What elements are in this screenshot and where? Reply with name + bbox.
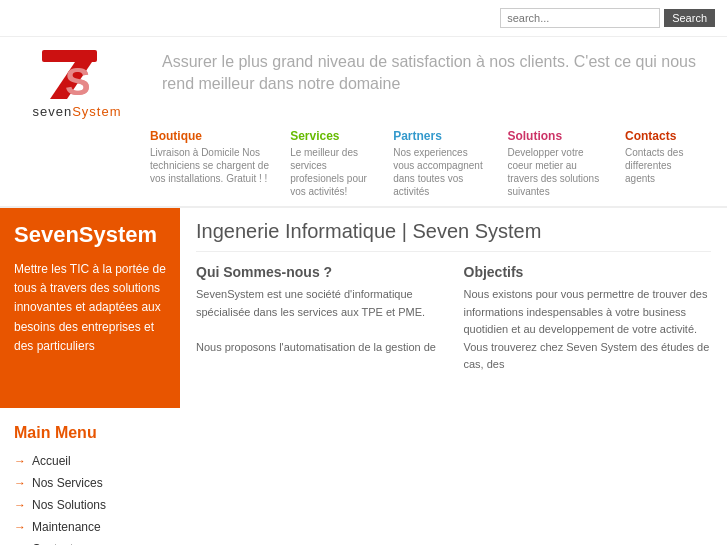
svg-text:S: S xyxy=(65,61,90,102)
nav-services[interactable]: Services Le meilleur des services profes… xyxy=(290,125,393,206)
nav-partners-desc: Nos experiences vous accompagnent dans t… xyxy=(393,146,491,198)
sidebar-item-maintenance[interactable]: → Maintenance xyxy=(0,516,180,538)
sidebar-item-contacts[interactable]: → Contacts xyxy=(0,538,180,545)
nav-boutique-desc: Livraison à Domicile Nos techniciens se … xyxy=(150,146,274,185)
left-col-text: SevenSystem est une société d'informatiq… xyxy=(196,286,444,356)
left-col-title: Qui Sommes-nous ? xyxy=(196,264,444,280)
sidebar-item-nos-services[interactable]: → Nos Services xyxy=(0,472,180,494)
right-col-text: Nous existons pour vous permettre de tro… xyxy=(464,286,712,374)
sidebar: SevenSystem Mettre les TIC à la portée d… xyxy=(0,208,180,545)
nav-boutique[interactable]: Boutique Livraison à Domicile Nos techni… xyxy=(150,125,290,206)
main: SevenSystem Mettre les TIC à la portée d… xyxy=(0,208,727,545)
sidebar-item-nos-solutions[interactable]: → Nos Solutions xyxy=(0,494,180,516)
nav-services-desc: Le meilleur des services profesionels po… xyxy=(290,146,377,198)
header: Search xyxy=(0,0,727,37)
nav-solutions-label[interactable]: Solutions xyxy=(507,129,609,143)
arrow-icon: → xyxy=(14,498,26,512)
logo-highlight: System xyxy=(72,104,121,119)
sidebar-item-nos-services-label: Nos Services xyxy=(32,476,103,490)
logo-tagline-area: S S sevenSystem Assurer le plus grand ni… xyxy=(0,37,727,119)
sidebar-desc: Mettre les TIC à la portée de tous à tra… xyxy=(14,260,166,356)
logo-icon: S S xyxy=(37,47,117,102)
nav-boutique-label[interactable]: Boutique xyxy=(150,129,274,143)
right-col-title: Objectifs xyxy=(464,264,712,280)
logo-area: S S sevenSystem xyxy=(12,47,142,119)
sidebar-item-nos-solutions-label: Nos Solutions xyxy=(32,498,106,512)
arrow-icon: → xyxy=(14,476,26,490)
search-form: Search xyxy=(500,8,715,28)
two-col-layout: Qui Sommes-nous ? SevenSystem est une so… xyxy=(196,264,711,374)
tagline: Assurer le plus grand niveau de satisfac… xyxy=(142,47,715,96)
sidebar-orange-panel: SevenSystem Mettre les TIC à la portée d… xyxy=(0,208,180,408)
nav-bar: Boutique Livraison à Domicile Nos techni… xyxy=(0,119,727,208)
nav-contacts[interactable]: Contacts Contacts des differentes agents xyxy=(625,125,715,206)
nav-contacts-desc: Contacts des differentes agents xyxy=(625,146,699,185)
nav-contacts-label[interactable]: Contacts xyxy=(625,129,699,143)
search-button[interactable]: Search xyxy=(664,9,715,27)
logo-text: sevenSystem xyxy=(32,104,121,119)
arrow-icon: → xyxy=(14,520,26,534)
sidebar-menu: Main Menu → Accueil → Nos Services → Nos… xyxy=(0,408,180,545)
content-area: Ingenerie Informatique | Seven System Qu… xyxy=(180,208,727,545)
nav-partners-label[interactable]: Partners xyxy=(393,129,491,143)
sidebar-item-accueil[interactable]: → Accueil xyxy=(0,450,180,472)
nav-solutions[interactable]: Solutions Developper votre coeur metier … xyxy=(507,125,625,206)
sidebar-item-accueil-label: Accueil xyxy=(32,454,71,468)
sidebar-brand: SevenSystem xyxy=(14,222,166,248)
right-column: Objectifs Nous existons pour vous permet… xyxy=(464,264,712,374)
sidebar-item-maintenance-label: Maintenance xyxy=(32,520,101,534)
search-input[interactable] xyxy=(500,8,660,28)
nav-services-label[interactable]: Services xyxy=(290,129,377,143)
left-column: Qui Sommes-nous ? SevenSystem est une so… xyxy=(196,264,444,374)
arrow-icon: → xyxy=(14,454,26,468)
nav-solutions-desc: Developper votre coeur metier au travers… xyxy=(507,146,609,198)
nav-partners[interactable]: Partners Nos experiences vous accompagne… xyxy=(393,125,507,206)
sidebar-menu-title: Main Menu xyxy=(0,418,180,450)
tagline-text: Assurer le plus grand niveau de satisfac… xyxy=(162,51,715,96)
content-title: Ingenerie Informatique | Seven System xyxy=(196,220,711,252)
